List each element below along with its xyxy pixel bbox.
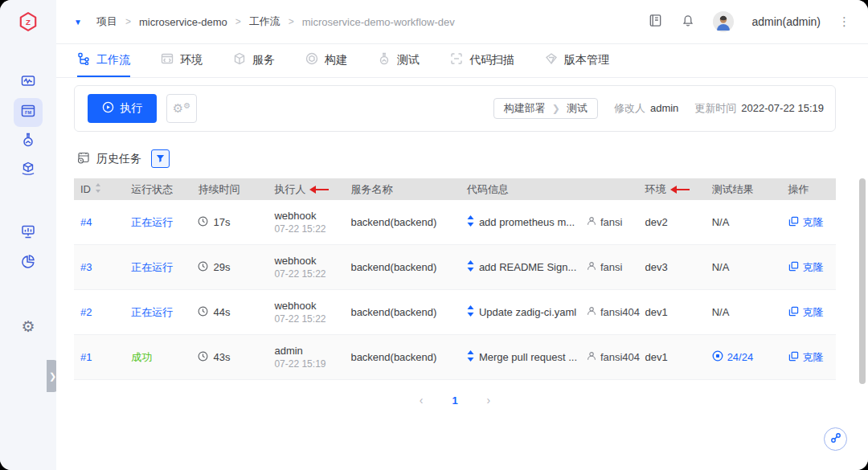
commit-author: fansi404 xyxy=(600,351,640,363)
sidebar-item-tests[interactable] xyxy=(14,127,43,156)
tab-label: 环境 xyxy=(180,53,203,67)
commit-author: fansi xyxy=(600,261,622,273)
pagination-next-button[interactable]: › xyxy=(487,394,491,407)
col-header-label: 环境 xyxy=(645,182,666,197)
clone-label: 克隆 xyxy=(803,350,824,365)
commit-message[interactable]: add prometheus m... xyxy=(479,216,582,228)
tab-version[interactable]: 版本管理 xyxy=(545,44,609,77)
executor-time: 07-22 15:19 xyxy=(274,358,350,371)
tab-bar: 工作流 环境 服务 构建 测试 代码扫描 xyxy=(56,44,868,78)
main-area: ▼ 项目 > microservice-demo > 工作流 > microse… xyxy=(56,0,868,470)
run-button[interactable]: 执行 xyxy=(88,94,157,123)
double-gear-icon: ⚙⚙ xyxy=(173,101,190,115)
commit-icon xyxy=(467,305,474,319)
sidebar-item-data-overview[interactable] xyxy=(14,248,43,277)
breadcrumb-item-current: microservice-demo-workflow-dev xyxy=(302,16,455,28)
stage-chevron-icon: ❯ xyxy=(552,103,560,114)
breadcrumb-item[interactable]: microservice-demo xyxy=(139,16,227,28)
sidebar-item-delivery[interactable] xyxy=(14,156,43,185)
annotation-arrow-left-icon xyxy=(676,189,690,190)
tab-workflow[interactable]: 工作流 xyxy=(77,44,130,77)
executor-time: 07-22 15:22 xyxy=(274,223,350,236)
test-result: N/A xyxy=(712,216,730,228)
col-header-status: 运行状态 xyxy=(131,182,198,197)
tab-test[interactable]: 测试 xyxy=(378,44,420,77)
commit-author: fansi xyxy=(600,216,622,228)
code-scan-icon xyxy=(450,52,463,67)
duration-value: 29s xyxy=(213,261,230,273)
col-header-action: 操作 xyxy=(788,182,836,197)
history-task-table: ID 运行状态 持续时间 执行人 服务名称 代码信息 环境 测试结果 操作 xyxy=(74,178,836,380)
vertical-scrollbar[interactable] xyxy=(859,178,866,384)
executor-name: webhook xyxy=(274,254,350,268)
task-id-link[interactable]: #3 xyxy=(80,261,92,273)
docs-book-icon[interactable] xyxy=(648,13,663,31)
zadig-logo-icon[interactable]: Z xyxy=(18,11,39,35)
table-row: #2 正在运行 44s webhook07-22 15:22 backend(b… xyxy=(74,290,836,335)
breadcrumb-item[interactable]: 项目 xyxy=(96,14,117,29)
updated-info: 更新时间2022-07-22 15:19 xyxy=(694,101,824,116)
task-id-link[interactable]: #4 xyxy=(80,216,92,228)
breadcrumb-item[interactable]: 工作流 xyxy=(249,14,280,29)
current-user-label[interactable]: admin(admin) xyxy=(751,15,821,28)
updated-value: 2022-07-22 15:19 xyxy=(741,102,824,114)
task-id-link[interactable]: #2 xyxy=(80,306,92,318)
col-header-code-info: 代码信息 xyxy=(467,182,645,197)
pagination-page-1[interactable]: 1 xyxy=(452,394,457,407)
filter-button[interactable] xyxy=(151,149,170,168)
commit-message[interactable]: add README Sign... xyxy=(479,261,582,273)
breadcrumb-collapse-caret-icon[interactable]: ▼ xyxy=(74,18,82,27)
tab-build[interactable]: 构建 xyxy=(305,44,347,77)
commit-author: fansi404 xyxy=(600,306,640,318)
funnel-icon xyxy=(156,152,165,166)
duration-value: 17s xyxy=(213,216,230,228)
modifier-value: admin xyxy=(650,102,678,114)
col-header-id[interactable]: ID xyxy=(80,183,131,195)
tab-environment[interactable]: 环境 xyxy=(161,44,203,77)
share-link-button[interactable] xyxy=(824,427,847,451)
breadcrumb-separator: > xyxy=(125,16,131,27)
person-icon xyxy=(587,306,596,318)
clone-label: 克隆 xyxy=(803,260,824,275)
copy-icon xyxy=(788,351,799,364)
delivery-box-icon xyxy=(20,161,36,180)
sidebar-item-insight[interactable] xyxy=(14,219,43,247)
executor-name: webhook xyxy=(274,209,350,223)
history-section-header: 历史任务 xyxy=(77,149,170,168)
clone-button[interactable]: 克隆 xyxy=(788,305,824,320)
workflow-settings-button[interactable]: ⚙⚙ xyxy=(166,94,197,123)
env-name: dev2 xyxy=(645,216,668,228)
notification-bell-icon[interactable] xyxy=(681,13,695,31)
commit-message[interactable]: Update zadig-ci.yaml xyxy=(479,306,582,318)
tab-label: 代码扫描 xyxy=(469,53,514,67)
tab-label: 服务 xyxy=(252,53,275,67)
env-name: dev1 xyxy=(645,306,668,318)
env-name: dev3 xyxy=(645,261,668,273)
copy-icon xyxy=(788,216,799,229)
clone-button[interactable]: 克隆 xyxy=(788,350,824,365)
more-vertical-icon[interactable]: ⋮ xyxy=(838,14,850,29)
tab-service[interactable]: 服务 xyxy=(233,44,275,77)
commit-icon xyxy=(467,215,474,229)
avatar[interactable] xyxy=(713,11,734,32)
breadcrumb-separator: > xyxy=(235,16,241,27)
version-icon xyxy=(545,52,558,67)
col-header-env: 环境 xyxy=(645,182,712,197)
clone-button[interactable]: 克隆 xyxy=(788,215,824,230)
sidebar-item-dashboard[interactable] xyxy=(14,68,43,97)
monitor-wave-icon xyxy=(20,73,36,92)
environment-icon xyxy=(161,52,174,67)
workflow-icon xyxy=(77,52,90,67)
pagination-prev-button[interactable]: ‹ xyxy=(420,394,424,407)
service-name: backend(backend) xyxy=(350,261,436,273)
sidebar-item-settings[interactable]: ⚙ xyxy=(14,312,43,341)
task-id-link[interactable]: #1 xyxy=(80,351,92,363)
sort-icon[interactable] xyxy=(95,183,101,195)
tab-code-scan[interactable]: 代码扫描 xyxy=(450,44,514,77)
clone-button[interactable]: 克隆 xyxy=(788,260,824,275)
commit-message[interactable]: Merge pull request ... xyxy=(479,351,582,363)
test-result-link[interactable]: 24/24 xyxy=(712,350,754,364)
pagination: ‹ 1 › xyxy=(74,394,836,407)
service-name: backend(backend) xyxy=(350,306,436,318)
sidebar-item-projects[interactable]: FM xyxy=(14,98,43,127)
